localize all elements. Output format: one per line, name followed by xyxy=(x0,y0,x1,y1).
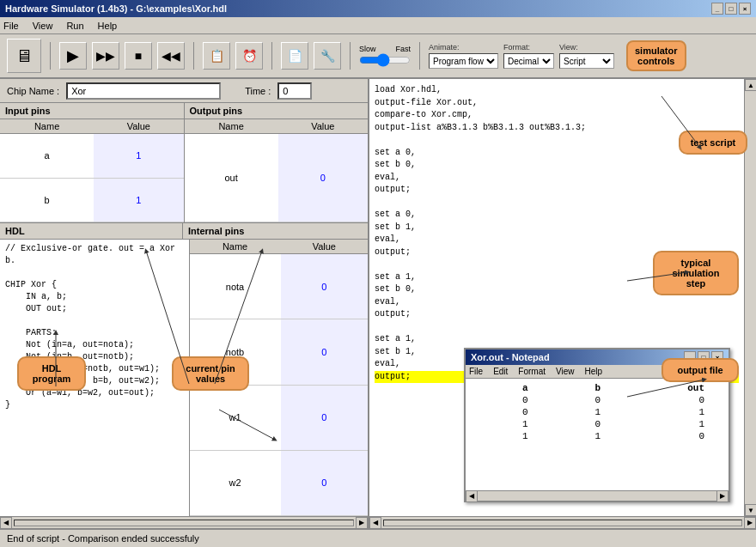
right-scroll-right-btn[interactable]: ▶ xyxy=(744,517,756,529)
script-line xyxy=(375,321,739,334)
table-row: w1 0 xyxy=(190,385,369,450)
notepad-menu: File Edit Format View Help xyxy=(466,365,729,379)
animate-select[interactable]: Program flow Part-by-part None xyxy=(429,53,498,69)
notepad-close[interactable]: × xyxy=(711,351,723,363)
run-button[interactable]: ▶ xyxy=(59,42,87,70)
scroll-left-btn[interactable]: ◀ xyxy=(0,517,12,529)
notepad-cell: 0 xyxy=(472,406,546,418)
notepad-menu-view[interactable]: View xyxy=(556,367,575,376)
hdl-line: PARTS: xyxy=(5,327,184,339)
hdl-line: CHIP Xor { xyxy=(5,279,184,291)
rewind-button[interactable]: ◀◀ xyxy=(157,42,185,70)
menu-run[interactable]: Run xyxy=(66,21,83,31)
script-line: set a 0, xyxy=(375,209,739,222)
notepad-menu-help[interactable]: Help xyxy=(585,367,603,376)
script-line: eval, xyxy=(375,296,739,309)
table-row: a 1 xyxy=(0,134,184,179)
clock-button[interactable]: ⏰ xyxy=(235,42,263,70)
sep-4 xyxy=(350,42,351,70)
step-button[interactable]: 📋 xyxy=(203,42,230,70)
logo-button[interactable]: 🖥 xyxy=(7,39,41,73)
notepad-cell: 0 xyxy=(618,394,722,406)
script-line xyxy=(375,258,739,271)
input-pins-header: Input pins xyxy=(0,103,184,119)
title-bar-buttons: _ □ × xyxy=(711,3,751,15)
left-horiz-scrollbar[interactable]: ◀ ▶ xyxy=(0,516,368,528)
script-line: set b 0, xyxy=(375,159,739,172)
view-select[interactable]: Script Output Compare xyxy=(559,53,614,69)
stop-button[interactable]: ■ xyxy=(125,42,152,70)
maximize-button[interactable]: □ xyxy=(725,3,737,15)
notepad-maximize[interactable]: □ xyxy=(698,351,710,363)
hdl-line: Not (in=a, out=nota); xyxy=(5,339,184,351)
notepad-cell: 1 xyxy=(546,430,619,442)
notepad-menu-format[interactable]: Format xyxy=(518,367,546,376)
nota-value[interactable]: 0 xyxy=(281,254,368,319)
notepad-title-text: Xor.out - Notepad xyxy=(471,352,550,362)
animate-label: Animate: xyxy=(429,43,498,52)
menu-help[interactable]: Help xyxy=(98,21,118,31)
output-out-value[interactable]: 0 xyxy=(278,134,368,222)
close-button[interactable]: × xyxy=(739,3,751,15)
fast-forward-button[interactable]: ▶▶ xyxy=(92,42,119,70)
script-line: set b 0, xyxy=(375,283,739,296)
bottom-left: HDL Internal pins // Exclusive-or gate. … xyxy=(0,223,368,516)
time-label: Time : xyxy=(245,86,271,96)
scroll-down-btn[interactable]: ▼ xyxy=(745,504,756,516)
notepad-minimize[interactable]: _ xyxy=(684,351,696,363)
script-line xyxy=(375,134,739,147)
w1-name: w1 xyxy=(190,385,281,450)
notepad-menu-file[interactable]: File xyxy=(469,367,483,376)
notepad-cell: 1 xyxy=(546,406,619,418)
internal-pins-table: Name Value nota 0 notb 0 xyxy=(190,240,369,516)
load-script-button[interactable]: 📄 xyxy=(281,42,308,70)
notepad-col-a: a xyxy=(472,382,546,394)
notepad-window: Xor.out - Notepad _ □ × File Edit Format… xyxy=(464,348,730,502)
w1-value[interactable]: 0 xyxy=(281,385,368,450)
minimize-button[interactable]: _ xyxy=(711,3,723,15)
speed-slider[interactable] xyxy=(359,53,411,67)
table-row: w2 0 xyxy=(190,450,369,515)
notepad-col-out: out xyxy=(618,382,722,394)
hdl-line xyxy=(5,267,184,279)
input-pins-table: Name Value a 1 b 1 xyxy=(0,119,184,222)
notepad-cell: 0 xyxy=(546,394,619,406)
input-a-name: a xyxy=(0,134,94,179)
notepad-row: 0 0 0 xyxy=(472,394,722,406)
right-scrollbar[interactable]: ▲ ▼ xyxy=(744,79,756,516)
menu-file[interactable]: File xyxy=(3,21,19,31)
time-input[interactable] xyxy=(277,82,312,100)
script-line: set a 1, xyxy=(375,271,739,284)
status-bar: End of script - Comparison ended success… xyxy=(0,528,756,547)
scroll-right-btn[interactable]: ▶ xyxy=(356,517,368,529)
title-bar: Hardware Simulator (1.4b3) - G:\examples… xyxy=(0,0,756,17)
scroll-up-btn[interactable]: ▲ xyxy=(745,79,756,91)
input-b-value[interactable]: 1 xyxy=(94,178,183,222)
simulator-controls-bubble: simulatorcontrols xyxy=(626,40,686,71)
input-a-value[interactable]: 1 xyxy=(94,134,183,179)
internal-value-col: Value xyxy=(281,240,368,254)
notepad-menu-edit[interactable]: Edit xyxy=(493,367,508,376)
speed-fast-label: Fast xyxy=(395,45,411,53)
input-pins-panel: Input pins Name Value a 1 xyxy=(0,103,185,222)
hdl-header: HDL xyxy=(0,223,183,239)
left-panel: Chip Name : Time : Input pins Name Value xyxy=(0,79,369,528)
hdl-line: // Exclusive-or gate. out = a Xor b. xyxy=(5,243,184,267)
menu-view[interactable]: View xyxy=(33,21,53,31)
notepad-scroll-left[interactable]: ◀ xyxy=(466,490,478,502)
format-select[interactable]: Decimal Binary Hex xyxy=(503,53,554,69)
notepad-cell: 0 xyxy=(546,418,619,430)
notepad-scrollbar[interactable]: ◀ ▶ xyxy=(466,490,729,501)
right-horiz-scrollbar[interactable]: ◀ ▶ xyxy=(369,516,756,528)
script-line: output; xyxy=(375,184,739,197)
notepad-scroll-right[interactable]: ▶ xyxy=(716,490,729,502)
script-line: set a 1, xyxy=(375,333,739,346)
view-label: View: xyxy=(559,43,614,52)
notepad-cell: 1 xyxy=(472,430,546,442)
breakpoint-button[interactable]: 🔧 xyxy=(314,42,341,70)
notb-value[interactable]: 0 xyxy=(281,319,368,385)
right-scroll-left-btn[interactable]: ◀ xyxy=(369,517,381,529)
chip-name-input[interactable] xyxy=(66,82,221,100)
w2-value[interactable]: 0 xyxy=(281,450,368,515)
hdl-line: And (a=nota, b=b, out=w2); xyxy=(5,375,184,387)
